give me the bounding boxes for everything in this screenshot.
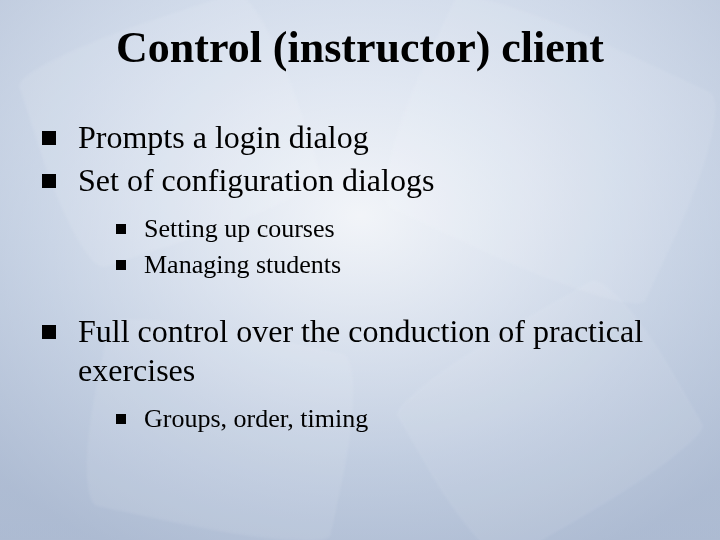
bullet-text: Full control over the conduction of prac… xyxy=(78,312,680,390)
bullet-text: Set of configuration dialogs xyxy=(78,161,680,200)
square-bullet-icon xyxy=(116,224,126,234)
bullet-level2: Groups, order, timing xyxy=(116,402,680,436)
sub-bullet-group: Groups, order, timing xyxy=(116,402,680,436)
bullet-level1: Set of configuration dialogs xyxy=(42,161,680,200)
bullet-level2: Setting up courses xyxy=(116,212,680,246)
slide: Control (instructor) client Prompts a lo… xyxy=(0,0,720,540)
sub-bullet-group: Setting up courses Managing students xyxy=(116,212,680,282)
square-bullet-icon xyxy=(116,414,126,424)
slide-body: Prompts a login dialog Set of configurat… xyxy=(42,118,680,452)
bullet-text: Managing students xyxy=(144,248,680,282)
bullet-text: Setting up courses xyxy=(144,212,680,246)
bullet-level2: Managing students xyxy=(116,248,680,282)
spacer xyxy=(42,298,680,312)
bullet-level1: Prompts a login dialog xyxy=(42,118,680,157)
bullet-text: Prompts a login dialog xyxy=(78,118,680,157)
slide-title: Control (instructor) client xyxy=(0,22,720,73)
square-bullet-icon xyxy=(42,325,56,339)
square-bullet-icon xyxy=(42,174,56,188)
square-bullet-icon xyxy=(116,260,126,270)
bullet-level1: Full control over the conduction of prac… xyxy=(42,312,680,390)
square-bullet-icon xyxy=(42,131,56,145)
bullet-text: Groups, order, timing xyxy=(144,402,680,436)
